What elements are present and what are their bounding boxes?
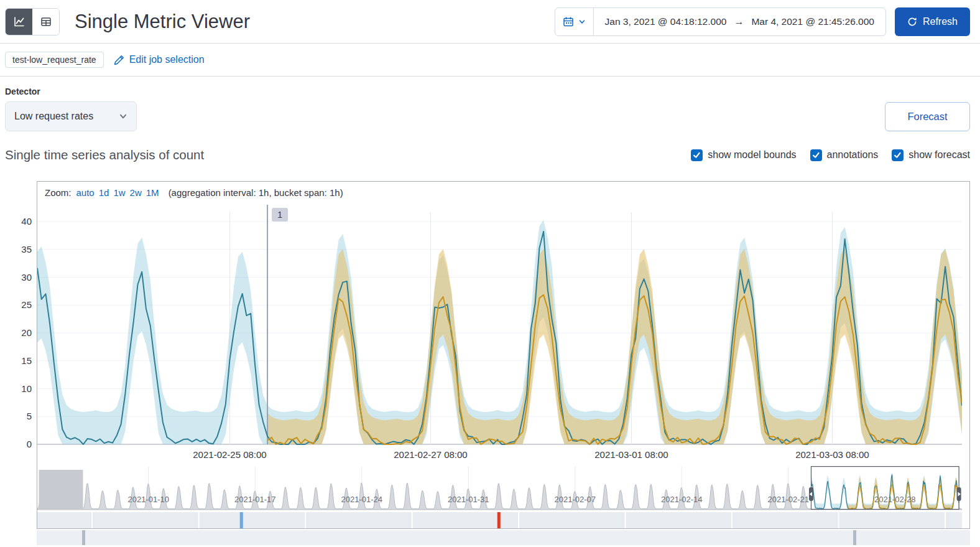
context-chart-svg[interactable]: 2021-01-102021-01-172021-01-242021-01-31…: [37, 466, 962, 528]
context-axis-label: 2021-01-24: [341, 495, 383, 504]
y-axis-label: 35: [5, 244, 32, 255]
zoom-link-1w[interactable]: 1w: [113, 187, 125, 198]
aggregation-info: (aggregation interval: 1h, bucket span: …: [169, 187, 343, 198]
main-chart-svg: 2021-02-25 08:002021-02-27 08:002021-03-…: [37, 202, 962, 466]
chart-option-checkboxes: show model boundsannotationsshow forecas…: [691, 149, 970, 161]
job-badge: test-low_request_rate: [5, 52, 104, 68]
y-axis-label: 5: [5, 411, 32, 421]
x-axis-label: 2021-02-25 08:00: [193, 449, 266, 460]
view-toggle-group: [5, 8, 60, 35]
checkbox-annotations[interactable]: annotations: [810, 149, 879, 161]
y-axis-label: 25: [5, 299, 32, 310]
date-picker-menu-button[interactable]: [555, 8, 594, 35]
annotation-marker[interactable]: [853, 530, 856, 545]
checkbox-show-model-bounds[interactable]: show model bounds: [691, 149, 796, 161]
checkbox-checked-icon: [892, 149, 904, 161]
zoom-link-1M[interactable]: 1M: [146, 187, 159, 198]
table-view-button[interactable]: [32, 9, 59, 35]
data-table-icon: [40, 16, 52, 27]
zoom-link-1d[interactable]: 1d: [99, 187, 109, 198]
analysis-title: Single time series analysis of count: [5, 147, 204, 162]
context-axis-label: 2021-02-28: [874, 495, 916, 504]
context-axis-label: 2021-01-17: [234, 495, 276, 504]
y-axis-label: 15: [5, 355, 32, 366]
time-series-explorer-chart: 0510152025303540 Zoom: auto1d1w2w1M (agg…: [5, 181, 970, 545]
context-axis-label: 2021-02-21: [767, 495, 809, 504]
line-chart-icon: [13, 16, 25, 28]
context-axis-label: 2021-01-10: [128, 495, 170, 504]
date-picker: Jan 3, 2021 @ 04:18:12.000 → Mar 4, 2021…: [555, 7, 886, 36]
x-axis-label: 2021-03-01 08:00: [594, 449, 668, 460]
pencil-icon: [114, 55, 124, 65]
end-date[interactable]: Mar 4, 2021 @ 21:45:26.000: [751, 16, 874, 27]
annotation-marker[interactable]: [82, 530, 85, 545]
brush-handle-left[interactable]: [809, 487, 813, 501]
zoom-controls: Zoom: auto1d1w2w1M (aggregation interval…: [37, 182, 969, 202]
y-axis-label: 10: [5, 383, 32, 394]
y-axis-label: 40: [5, 216, 32, 227]
context-axis-label: 2021-02-14: [661, 495, 703, 504]
page-title: Single Metric Viewer: [75, 11, 250, 33]
x-axis-label: 2021-02-27 08:00: [394, 449, 467, 460]
detector-select[interactable]: Low request rates: [5, 101, 137, 131]
arrow-right-icon: →: [734, 16, 744, 27]
y-axis-label: 20: [5, 327, 32, 338]
detector-label: Detector: [5, 86, 970, 96]
checkbox-checked-icon: [810, 149, 822, 161]
context-axis-label: 2021-01-31: [448, 495, 489, 504]
y-axis-label: 0: [5, 439, 32, 449]
zoom-label: Zoom:: [45, 187, 72, 198]
zoom-link-auto[interactable]: auto: [76, 187, 95, 198]
edit-job-selection-link[interactable]: Edit job selection: [114, 54, 205, 65]
analysis-header: Single time series analysis of count sho…: [0, 131, 980, 171]
refresh-button[interactable]: Refresh: [895, 7, 970, 36]
chevron-down-icon: [119, 112, 127, 121]
forecast-button[interactable]: Forecast: [885, 102, 970, 131]
checkbox-checked-icon: [691, 149, 703, 161]
chart-panel: Zoom: auto1d1w2w1M (aggregation interval…: [37, 181, 970, 529]
job-selection-bar: test-low_request_rate Edit job selection: [0, 44, 980, 77]
annotation-badge[interactable]: 1: [272, 208, 288, 222]
zoom-link-2w[interactable]: 2w: [130, 187, 142, 198]
context-axis-label: 2021-02-07: [555, 495, 596, 504]
zoom-links: auto1d1w2w1M: [76, 187, 164, 198]
svg-text:1: 1: [277, 210, 282, 220]
start-date[interactable]: Jan 3, 2021 @ 04:18:12.000: [605, 16, 727, 27]
chart-view-button[interactable]: [6, 9, 32, 35]
detector-section: Detector Low request rates Forecast: [0, 77, 980, 131]
swimlane-marker-low[interactable]: [240, 512, 243, 528]
y-axis-label: 30: [5, 272, 32, 283]
chevron-down-icon: [578, 18, 586, 26]
swimlane-marker-critical[interactable]: [497, 512, 501, 528]
header: Single Metric Viewer Jan 3, 2021 @ 04:18…: [0, 0, 980, 44]
calendar-icon: [563, 16, 574, 27]
refresh-icon: [907, 17, 917, 27]
date-range-display[interactable]: Jan 3, 2021 @ 04:18:12.000 → Mar 4, 2021…: [594, 8, 885, 35]
annotations-swimlane[interactable]: [37, 530, 970, 545]
context-loading-block: [39, 470, 83, 510]
x-axis-label: 2021-03-03 08:00: [795, 449, 869, 460]
brush-handle-right[interactable]: [957, 487, 961, 501]
y-axis: 0510152025303540: [5, 181, 32, 545]
checkbox-show-forecast[interactable]: show forecast: [892, 149, 970, 161]
